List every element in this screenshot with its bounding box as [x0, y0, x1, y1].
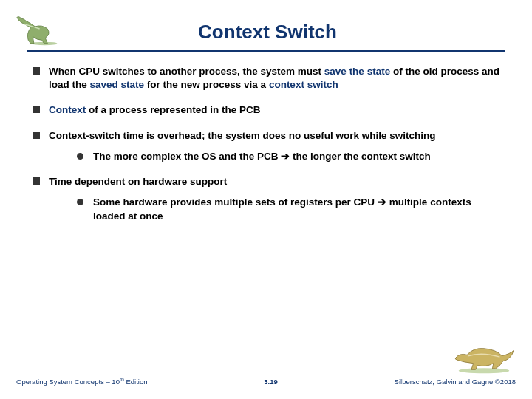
arrow-icon: ➔: [378, 197, 386, 208]
bullet-2-strong: Context: [49, 104, 86, 115]
bullet-3-text: Context-switch time is overhead; the sys…: [49, 130, 436, 141]
header-rule: [27, 50, 505, 52]
arrow-icon: ➔: [281, 151, 290, 162]
bullet-4a: Some hardware provides multiple sets of …: [75, 196, 501, 222]
slide-header: Context Switch: [27, 0, 505, 46]
footer-left: Operating System Concepts – 10th Edition: [16, 377, 147, 386]
slide: Context Switch When CPU switches to anot…: [0, 0, 532, 399]
bullet-3a: The more complex the OS and the PCB ➔ th…: [75, 150, 501, 163]
footer-page-number: 3.19: [147, 378, 394, 386]
slide-title: Context Switch: [30, 16, 505, 44]
bullet-1-mid2: for the new process via a: [144, 79, 269, 90]
bullet-3a-post: the longer the context switch: [290, 151, 431, 162]
bullet-3: Context-switch time is overhead; the sys…: [31, 129, 501, 163]
slide-footer: Operating System Concepts – 10th Edition…: [0, 371, 532, 392]
bullet-3a-pre: The more complex the OS and the PCB: [93, 151, 281, 162]
dinosaur-large-icon: [451, 337, 517, 374]
bullet-4a-pre: Some hardware provides multiple sets of …: [93, 197, 378, 208]
bullet-1: When CPU switches to another process, th…: [31, 65, 501, 92]
slide-content: When CPU switches to another process, th…: [27, 65, 505, 223]
footer-left-pre: Operating System Concepts – 10: [16, 378, 120, 386]
bullet-1-pre: When CPU switches to another process, th…: [49, 66, 324, 77]
bullet-1-strong-1: save the state: [324, 66, 390, 77]
footer-copyright: Silberschatz, Galvin and Gagne ©2018: [395, 378, 516, 386]
bullet-4-text: Time dependent on hardware support: [49, 176, 227, 187]
bullet-2-rest: of a process represented in the PCB: [86, 104, 260, 115]
bullet-1-strong-3: context switch: [269, 79, 338, 90]
bullet-4: Time dependent on hardware support Some …: [31, 175, 501, 223]
bullet-1-strong-2: saved state: [90, 79, 145, 90]
bullet-2: Context of a process represented in the …: [31, 103, 501, 117]
footer-left-post: Edition: [124, 378, 148, 386]
